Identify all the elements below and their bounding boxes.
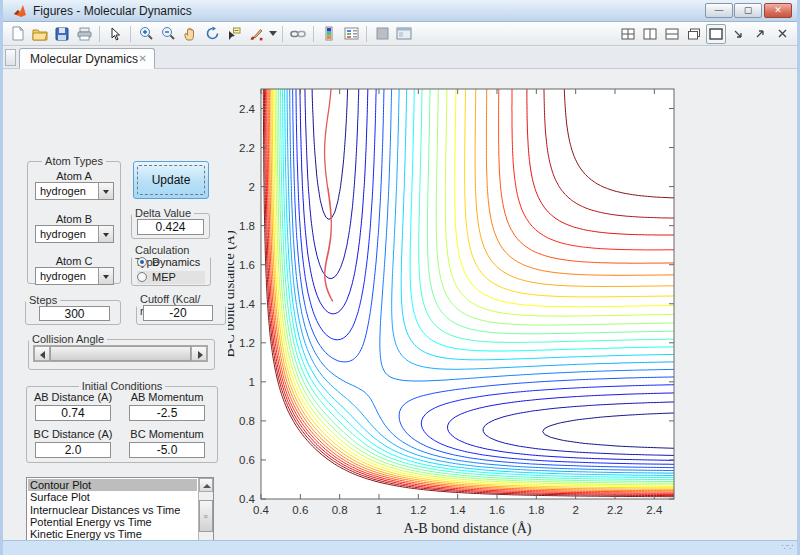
toolbar-separator [282, 26, 283, 42]
radio-dynamics-label: Dynamics [152, 256, 200, 268]
y-tick-label: 0.4 [239, 493, 256, 505]
tile-grid-icon[interactable] [618, 24, 638, 44]
ab-distance-input[interactable] [35, 405, 111, 421]
radio-icon[interactable] [137, 272, 147, 282]
atom-c-value: hydrogen [40, 270, 86, 282]
steps-input[interactable] [39, 306, 110, 321]
new-figure-icon[interactable] [8, 24, 28, 44]
chevron-down-icon [103, 233, 109, 237]
bc-momentum-input[interactable] [129, 442, 205, 458]
y-tick-label: 2 [249, 181, 255, 193]
brush-dropdown-icon[interactable] [268, 24, 277, 44]
thumb-grip: ≡ [203, 513, 208, 520]
rotate-3d-icon[interactable] [202, 24, 222, 44]
y-tick-label: 0.6 [239, 454, 255, 466]
pan-icon[interactable] [180, 24, 200, 44]
list-item[interactable]: Kinetic Energy vs Time [28, 528, 197, 540]
y-tick-label: 2.2 [239, 142, 255, 154]
x-tick-label: 1 [376, 504, 382, 516]
plot-background [261, 89, 674, 499]
hide-plot-tools-icon[interactable] [372, 24, 392, 44]
right-arrow-icon [198, 351, 203, 359]
x-tick-label: 1.6 [489, 504, 505, 516]
atom-b-select[interactable]: hydrogen [35, 225, 114, 243]
tab-close-icon[interactable]: ✕ [139, 53, 147, 64]
slider-left-arrow[interactable] [34, 346, 50, 361]
cutoff-input[interactable] [143, 305, 213, 321]
y-tick-label: 1.6 [239, 259, 255, 271]
list-item[interactable]: Surface Plot [28, 491, 197, 503]
list-item[interactable]: Internuclear Distances vs Time [28, 504, 197, 516]
radio-mep[interactable]: MEP [137, 271, 205, 284]
scroll-up-button[interactable] [199, 478, 213, 492]
pointer-icon[interactable] [105, 24, 125, 44]
combo-button[interactable] [98, 183, 113, 199]
atom-a-select[interactable]: hydrogen [35, 182, 114, 200]
show-plot-tools-icon[interactable] [394, 24, 414, 44]
figure-toolbar [3, 22, 797, 46]
atom-a-label: Atom A [27, 170, 121, 182]
maximize-button[interactable]: ▢ [734, 3, 762, 18]
collision-angle-slider[interactable] [33, 345, 208, 362]
radio-dynamics[interactable]: Dynamics [137, 256, 205, 269]
bc-momentum-label: BC Momentum [127, 428, 207, 440]
zoom-in-icon[interactable] [136, 24, 156, 44]
save-figure-icon[interactable] [52, 24, 72, 44]
combo-button[interactable] [98, 268, 113, 284]
print-figure-icon[interactable] [74, 24, 94, 44]
tab-list-stub[interactable] [5, 49, 16, 66]
float-windows-icon[interactable] [684, 24, 704, 44]
update-button[interactable]: Update [133, 161, 209, 199]
atom-b-value: hydrogen [40, 228, 86, 240]
collision-angle-title: Collision Angle [29, 333, 107, 345]
ab-momentum-input[interactable] [129, 405, 205, 421]
combo-button[interactable] [98, 226, 113, 242]
insert-legend-icon[interactable] [341, 24, 361, 44]
contour-plot[interactable]: 0.40.60.811.21.41.61.822.22.40.40.60.811… [228, 72, 794, 540]
focus-ring [137, 165, 205, 195]
bc-distance-label: BC Distance (A) [33, 428, 113, 440]
radio-icon[interactable] [137, 257, 147, 267]
brush-icon[interactable] [246, 24, 266, 44]
undock-arrow-icon[interactable] [750, 24, 770, 44]
x-tick-label: 2.2 [607, 504, 623, 516]
x-axis-label: A-B bond distance (Å) [404, 521, 532, 537]
delta-value-input[interactable] [137, 219, 204, 235]
title-bar[interactable]: Figures - Molecular Dynamics — ▢ ✕ [3, 0, 797, 22]
list-item[interactable]: Contour Plot [28, 479, 197, 491]
vertical-scroll-thumb[interactable]: ≡ [199, 500, 213, 532]
data-cursor-icon[interactable] [224, 24, 244, 44]
maximize-tab-icon[interactable] [706, 24, 726, 44]
list-item[interactable]: Potential Energy vs Time [28, 516, 197, 528]
y-tick-label: 0.8 [239, 415, 255, 427]
radio-dot [140, 260, 144, 264]
bc-distance-input[interactable] [35, 442, 111, 458]
atom-a-value: hydrogen [40, 185, 86, 197]
slider-thumb[interactable] [50, 346, 191, 361]
y-axis-label: B-C bond distance (Å) [228, 230, 238, 357]
zoom-out-icon[interactable] [158, 24, 178, 44]
close-button[interactable]: ✕ [764, 3, 792, 18]
x-tick-label: 2 [572, 504, 578, 516]
window-title: Figures - Molecular Dynamics [33, 4, 192, 18]
radio-mep-label: MEP [152, 271, 176, 283]
left-arrow-icon [40, 351, 45, 359]
open-file-icon[interactable] [30, 24, 50, 44]
atom-types-title: Atom Types [42, 155, 106, 167]
atom-c-select[interactable]: hydrogen [35, 267, 114, 285]
tab-molecular-dynamics[interactable]: Molecular Dynamics ✕ [19, 48, 155, 69]
tab-label: Molecular Dynamics [30, 52, 138, 66]
insert-colorbar-icon[interactable] [319, 24, 339, 44]
steps-title: Steps [26, 294, 60, 306]
atom-c-label: Atom C [27, 255, 121, 267]
contour-plot-svg[interactable]: 0.40.60.811.21.41.61.822.22.40.40.60.811… [228, 72, 794, 540]
minimize-button[interactable]: — [705, 3, 733, 18]
tile-rows-icon[interactable] [662, 24, 682, 44]
x-tick-label: 2.4 [646, 504, 663, 516]
dock-arrow-icon[interactable] [728, 24, 748, 44]
resize-grip[interactable]: ⸪⸪ [782, 542, 793, 553]
tile-columns-icon[interactable] [640, 24, 660, 44]
slider-right-arrow[interactable] [191, 346, 207, 361]
close-tab-group-icon[interactable] [772, 24, 792, 44]
link-plot-icon[interactable] [288, 24, 308, 44]
